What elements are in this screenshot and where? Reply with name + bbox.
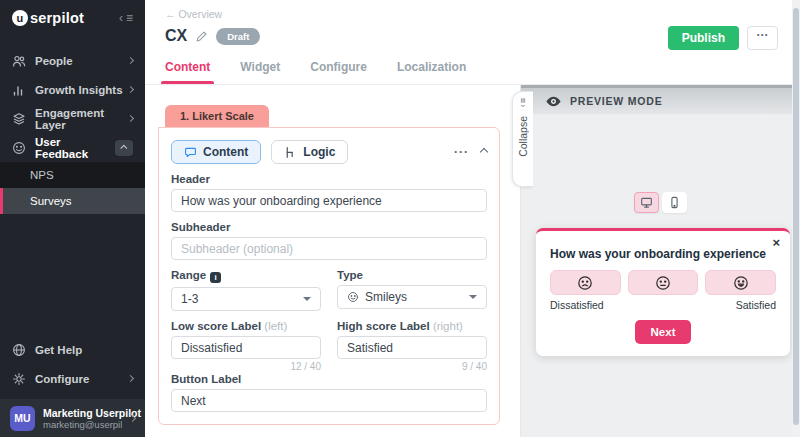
close-icon[interactable]: × (772, 236, 780, 249)
sidebar-menu: People Growth Insights Engagement Layer … (0, 46, 145, 214)
low-score-label: Low score Label (left) (171, 320, 321, 332)
sidebar-item-surveys[interactable]: Surveys (0, 188, 145, 214)
chevron-right-icon (127, 375, 134, 382)
desktop-icon (640, 196, 653, 209)
sidebar-item-label: Growth Insights (35, 84, 128, 96)
collapse-arrow-icon: ‹ (119, 11, 123, 25)
logo-u-icon: u (12, 10, 28, 26)
question-type-badge[interactable]: 1. Likert Scale (165, 105, 269, 127)
sad-smiley-button[interactable] (550, 270, 621, 295)
gear-icon (12, 372, 26, 386)
sidebar-item-label: People (35, 55, 128, 67)
neutral-smiley-icon (655, 275, 671, 291)
button-label-input[interactable] (171, 389, 487, 412)
title-row: CX Draft (165, 27, 260, 45)
neutral-smiley-button[interactable] (628, 270, 699, 295)
preview-mode-header: PREVIEW MODE (521, 88, 800, 114)
low-score-group: Low score Label (left) 12 / 40 (171, 311, 321, 371)
content-toggle-button[interactable]: Content (171, 140, 261, 164)
mobile-view-button[interactable] (662, 192, 687, 213)
logic-toggle-button[interactable]: Logic (271, 140, 348, 164)
sidebar-collapse-button[interactable]: ‹ ≡ (119, 11, 133, 25)
sidebar-item-growth-insights[interactable]: Growth Insights (0, 75, 145, 104)
sidebar-item-label: User Feedback (35, 136, 115, 160)
high-score-group: High score Label (right) 9 / 40 (337, 311, 487, 371)
tab-widget[interactable]: Widget (240, 60, 280, 84)
next-button-row: Next (550, 320, 776, 344)
sidebar-spacer (0, 214, 145, 335)
type-field-group: Type Smileys (337, 260, 487, 311)
header-field-input[interactable] (171, 189, 487, 212)
menu-icon: ≡ (126, 11, 133, 25)
content-row: 1. Likert Scale Content Logic ··· (145, 85, 800, 437)
collapse-tab-icons: ≡› (518, 98, 528, 108)
question-more-icon[interactable]: ··· (454, 146, 469, 158)
more-options-button[interactable]: ··· (747, 26, 778, 50)
button-label-label: Button Label (171, 373, 487, 385)
collapse-card-icon[interactable] (480, 148, 488, 156)
question-card: Content Logic ··· Header Subheade (158, 127, 500, 425)
range-field-label: Rangei (171, 269, 321, 283)
scrollbar-thumb[interactable] (793, 8, 799, 425)
sidebar-item-nps[interactable]: NPS (0, 162, 145, 188)
chevron-right-icon (127, 115, 134, 122)
publish-button[interactable]: Publish (668, 26, 739, 50)
main-tabs: Content Widget Configure Localization (165, 60, 466, 84)
scale-labels: Dissatisfied Satisfied (550, 299, 776, 311)
range-select-value: 1-3 (181, 292, 198, 306)
sidebar-item-label: Surveys (30, 195, 72, 207)
desktop-view-button[interactable] (634, 192, 659, 213)
logic-branch-icon (284, 146, 297, 159)
tab-configure[interactable]: Configure (310, 60, 367, 84)
subheader-field-label: Subheader (171, 221, 487, 233)
people-icon (12, 54, 26, 68)
content-toggle-label: Content (203, 145, 248, 159)
low-score-input[interactable] (171, 336, 321, 359)
high-scale-label: Satisfied (736, 299, 776, 311)
mobile-icon (668, 196, 681, 209)
main-area: ← Overview CX Draft Content Widget Confi… (145, 0, 800, 437)
breadcrumb-label: Overview (178, 8, 222, 20)
account-name: Marketing Userpilot (43, 407, 122, 419)
preview-mode-label: PREVIEW MODE (570, 95, 662, 107)
chevron-up-icon (120, 145, 127, 152)
happy-smiley-button[interactable] (705, 270, 776, 295)
survey-preview-card: × How was your onboarding experience (536, 228, 790, 356)
page-scrollbar[interactable] (792, 0, 800, 437)
collapse-section-button[interactable] (115, 140, 133, 156)
type-select-value: Smileys (365, 290, 407, 304)
sidebar-item-label: Engagement Layer (35, 107, 128, 131)
low-score-counter: 12 / 40 (171, 361, 321, 371)
sidebar-item-get-help[interactable]: Get Help (0, 335, 145, 364)
account-text: Marketing Userpilot marketing@userpilo..… (43, 407, 122, 430)
tab-content[interactable]: Content (165, 60, 210, 84)
happy-smiley-icon (733, 275, 749, 291)
sidebar-item-people[interactable]: People (0, 46, 145, 75)
preview-question-title: How was your onboarding experience (550, 247, 776, 261)
edit-pencil-icon[interactable] (195, 30, 208, 43)
topbar-actions: Publish ··· (668, 26, 778, 50)
smiley-scale (550, 270, 776, 295)
tab-localization[interactable]: Localization (397, 60, 466, 84)
subheader-field-input[interactable] (171, 237, 487, 260)
breadcrumb[interactable]: ← Overview (165, 8, 222, 20)
collapse-preview-tab[interactable]: ≡› Collapse (512, 91, 533, 187)
score-labels-row: Low score Label (left) 12 / 40 High scor… (171, 311, 487, 371)
userpilot-logo: userpilot (12, 10, 84, 26)
chevron-down-icon (303, 297, 311, 301)
sidebar-item-engagement-layer[interactable]: Engagement Layer (0, 104, 145, 133)
speech-bubble-icon (184, 146, 197, 159)
sidebar-item-user-feedback[interactable]: User Feedback (0, 133, 145, 162)
sidebar-item-configure[interactable]: Configure (0, 364, 145, 393)
status-badge: Draft (216, 28, 260, 45)
question-card-header: Content Logic ··· (171, 140, 487, 164)
avatar: MU (10, 406, 35, 431)
type-select[interactable]: Smileys (337, 285, 487, 309)
eye-icon (545, 93, 562, 110)
account-menu[interactable]: MU Marketing Userpilot marketing@userpil… (0, 399, 145, 437)
high-score-input[interactable] (337, 336, 487, 359)
smiley-icon (12, 141, 26, 155)
preview-next-button[interactable]: Next (635, 320, 692, 344)
range-select[interactable]: 1-3 (171, 287, 321, 311)
smiley-icon (347, 291, 359, 303)
